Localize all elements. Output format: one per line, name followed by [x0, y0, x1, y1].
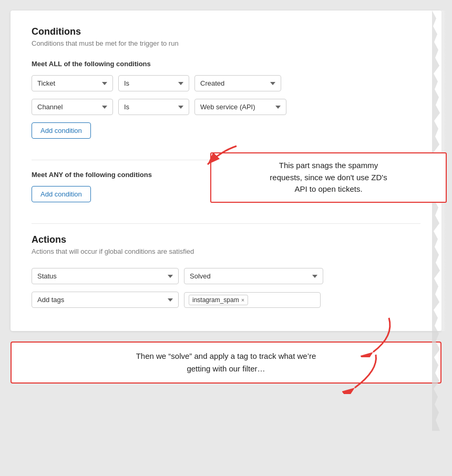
- meet-all-section: Meet ALL of the following conditions Tic…: [32, 60, 420, 149]
- add-condition-all-button[interactable]: Add condition: [32, 122, 91, 139]
- annotation-1-arrow: [200, 141, 242, 172]
- condition-1-operator-select[interactable]: Is Is not Contains: [118, 75, 189, 91]
- add-condition-any-button[interactable]: Add condition: [32, 186, 91, 202]
- actions-title: Actions: [32, 234, 420, 245]
- condition-row-2: Channel Ticket Status Is Is not Contains…: [32, 99, 420, 115]
- actions-divider: [32, 223, 420, 224]
- tag-input-field[interactable]: instagram_spam ×: [184, 292, 321, 308]
- action-row-2: Add tags Status Priority instagram_spam …: [32, 292, 420, 308]
- meet-all-label: Meet ALL of the following conditions: [32, 60, 420, 68]
- conditions-title: Conditions: [32, 26, 420, 37]
- annotation-2-arrow: [357, 315, 399, 357]
- condition-2-operator-select[interactable]: Is Is not Contains: [118, 99, 189, 115]
- action-1-field-select[interactable]: Status Add tags Priority: [32, 268, 179, 284]
- condition-row-1: Ticket Channel Status Is Is not Contains…: [32, 75, 420, 91]
- action-2-field-select[interactable]: Add tags Status Priority: [32, 292, 179, 308]
- condition-2-field-select[interactable]: Channel Ticket Status: [32, 99, 113, 115]
- conditions-subtitle: Conditions that must be met for the trig…: [32, 39, 420, 47]
- tag-value: instagram_spam: [192, 296, 239, 304]
- condition-1-value-select[interactable]: Created Updated Solved: [194, 75, 281, 91]
- condition-2-value-select[interactable]: Web service (API) Email Web form: [194, 99, 286, 115]
- action-1-value-select[interactable]: Solved Open Pending On-hold: [184, 268, 323, 284]
- condition-1-field-select[interactable]: Ticket Channel Status: [32, 75, 113, 91]
- annotation-3-arrow: [342, 352, 384, 394]
- tag-badge: instagram_spam ×: [189, 295, 248, 305]
- annotation-2-text: Then we “solve” and apply a tag to track…: [136, 351, 316, 373]
- annotation-1-text: This part snags the spammyrequests, sinc…: [270, 161, 387, 193]
- tag-remove-button[interactable]: ×: [241, 297, 244, 303]
- actions-subtitle: Actions that will occur if global condit…: [32, 247, 420, 255]
- action-row-1: Status Add tags Priority Solved Open Pen…: [32, 268, 420, 284]
- annotation-box-1: This part snags the spammyrequests, sinc…: [210, 152, 447, 203]
